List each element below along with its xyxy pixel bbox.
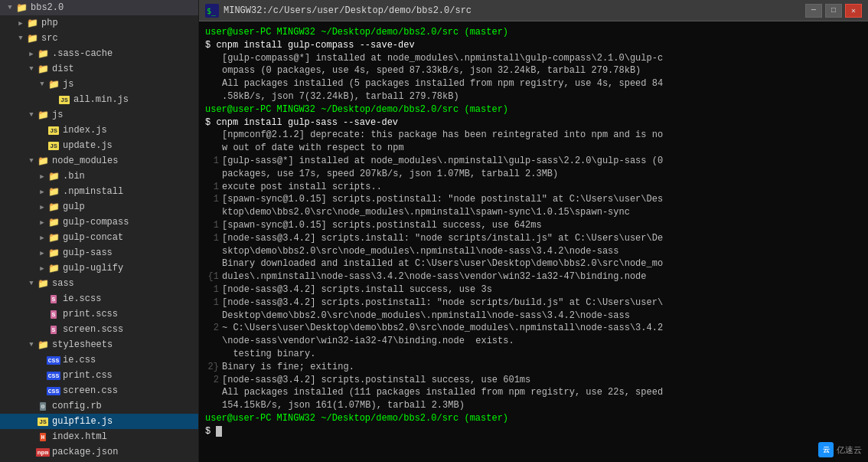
output-text: [node-sass@3.4.2] scripts.install: "node… [222, 233, 663, 244]
close-button[interactable]: ✕ [845, 4, 862, 18]
tree-arrow-gulp: ▶ [37, 203, 47, 211]
terminal-line: user@user-PC MINGW32 ~/Desktop/demo/bbs2… [205, 103, 862, 116]
sidebar-item-screen-css-sass[interactable]: Sscreen.scss [0, 322, 198, 337]
file-icon-all-min-js: JS [58, 93, 70, 106]
tree-arrow-js-dist: ▼ [37, 80, 47, 88]
file-label-php: php [41, 18, 58, 28]
sidebar-item-ie-css[interactable]: CSSie.css [0, 352, 198, 368]
sidebar-item-gulp-uglify[interactable]: ▶📁gulp-uglify [0, 260, 198, 276]
output-text: Desktop\demo\bbs2.0\src\node_modules\.np… [222, 310, 630, 321]
sidebar-item-index-js[interactable]: JSindex.js [0, 123, 198, 138]
tree-arrow-bin: ▶ [37, 172, 47, 181]
terminal-line: 1[node-sass@3.4.2] scripts.install succe… [205, 283, 862, 297]
sidebar-item-update-js[interactable]: JSupdate.js [0, 138, 198, 153]
output-text: Binary is fine; exiting. [222, 362, 354, 372]
file-icon-gulpfile-js: JS [37, 415, 49, 428]
prompt-cmd: $ cnpm install gulp-sass --save-dev [205, 117, 398, 128]
minimize-button[interactable]: ─ [805, 4, 822, 18]
sidebar-item-index-html[interactable]: Hindex.html [0, 429, 198, 444]
terminal-line: .58kB/s, json 7(32.24kB), tarball 279.78… [205, 90, 862, 103]
sidebar-item-sass-cache[interactable]: ▶📁.sass-cache [0, 46, 198, 61]
terminal-line: $ cnpm install gulp-sass --save-dev [205, 116, 862, 129]
output-text: [gulp-compass@*] installed at node_modul… [222, 53, 663, 64]
output-text: sktop\demo\bbs2.0\src\node_modules\.npmi… [222, 246, 618, 257]
terminal-line: ompass (0 packages, use 4s, speed 87.33k… [205, 64, 862, 77]
sidebar-item-npminstall[interactable]: ▶📁.npminstall [0, 184, 198, 199]
sidebar-item-gulpfile-js[interactable]: JSgulpfile.js [0, 414, 198, 429]
output-text: ktop\demo\bbs2.0\src\node_modules\.npmin… [222, 207, 630, 218]
output-text: All packages installed (111 packages ins… [222, 387, 663, 398]
sidebar-item-bbs2.0[interactable]: ▼📁bbs2.0 [0, 0, 198, 15]
terminal-line: sktop\demo\bbs2.0\src\node_modules\.npmi… [205, 245, 862, 258]
maximize-button[interactable]: □ [825, 4, 842, 18]
file-label-stylesheets: stylesheets [52, 339, 113, 350]
file-label-js-root: js [52, 110, 63, 120]
output-text: All packages installed (5 packages insta… [222, 78, 663, 89]
file-label-config-rb: config.rb [52, 401, 102, 411]
terminal-line: ktop\demo\bbs2.0\src\node_modules\.npmin… [205, 206, 862, 219]
sidebar-item-sass[interactable]: ▼📁sass [0, 276, 198, 291]
line-number: 1 [205, 181, 219, 194]
terminal-line: $ [205, 425, 862, 438]
sidebar-item-php[interactable]: ▶📁php [0, 15, 198, 31]
output-text: w out of date with respect to npm [222, 143, 404, 153]
output-text: [node-sass@3.4.2] scripts.postinstall: "… [222, 297, 663, 308]
terminal-window: $_ MINGW32:/c/Users/user/Desktop/demo/bb… [199, 0, 868, 462]
file-label-gulp-sass: gulp-sass [63, 247, 113, 258]
line-number: 1 [205, 155, 219, 168]
sidebar-item-gulp-concat[interactable]: ▶📁gulp-concat [0, 230, 198, 245]
tree-arrow-dist: ▼ [26, 65, 37, 73]
sidebar-item-screen-css[interactable]: CSSscreen.css [0, 383, 198, 398]
sidebar-item-bin[interactable]: ▶📁.bin [0, 169, 198, 184]
file-label-gulp-compass: gulp-compass [63, 217, 129, 228]
file-icon-print-css-sass: S [47, 308, 60, 320]
prompt-user: user@user-PC MINGW32 ~/Desktop/demo/bbs2… [205, 413, 508, 424]
sidebar-item-package-json[interactable]: npmpackage.json [0, 444, 198, 460]
sidebar-item-stylesheets[interactable]: ▼📁stylesheets [0, 337, 198, 352]
sidebar-item-src[interactable]: ▼📁src [0, 31, 198, 46]
sidebar-item-ie-css-sass[interactable]: Sie.scss [0, 291, 198, 306]
file-icon-sass: 📁 [37, 277, 49, 290]
file-icon-node_modules: 📁 [37, 155, 49, 167]
terminal-controls: ─ □ ✕ [805, 4, 862, 18]
terminal-body[interactable]: user@user-PC MINGW32 ~/Desktop/demo/bbs2… [199, 21, 868, 462]
file-label-src: src [41, 33, 58, 44]
sidebar-item-gulp[interactable]: ▶📁gulp [0, 199, 198, 215]
output-text: \node-sass\vendor\win32-ia32-47\binding.… [222, 336, 514, 346]
file-label-node_modules: node_modules [52, 156, 118, 166]
file-icon-gulp: 📁 [47, 201, 60, 213]
file-icon-stylesheets: 📁 [37, 339, 49, 351]
sidebar-item-dist[interactable]: ▼📁dist [0, 61, 198, 77]
sidebar-item-all-min-js[interactable]: JSall.min.js [0, 92, 198, 107]
sidebar-item-config-rb[interactable]: ⚙config.rb [0, 398, 198, 414]
line-number: 1 [205, 297, 219, 310]
terminal-line: 2~ C:\Users\user\Desktop\demo\bbs2.0\src… [205, 322, 862, 335]
sidebar-item-print-css-sass[interactable]: Sprint.scss [0, 306, 198, 322]
terminal-cursor [216, 426, 222, 437]
tree-arrow-node_modules: ▼ [26, 157, 37, 165]
sidebar-item-gulp-sass[interactable]: ▶📁gulp-sass [0, 245, 198, 260]
file-label-gulp-uglify: gulp-uglify [63, 263, 123, 274]
sidebar-item-js-root[interactable]: ▼📁js [0, 107, 198, 123]
terminal-line: 1[spawn-sync@1.0.15] scripts.postinstall… [205, 219, 862, 232]
sidebar-item-node_modules[interactable]: ▼📁node_modules [0, 153, 198, 169]
line-number: 1 [205, 219, 219, 232]
line-number: {1 [205, 270, 219, 283]
sidebar-item-gulp-compass[interactable]: ▶📁gulp-compass [0, 215, 198, 230]
sidebar-item-print-css[interactable]: CSSprint.css [0, 368, 198, 383]
file-label-npminstall: .npminstall [63, 186, 123, 197]
file-label-print-css-sass: print.scss [63, 309, 118, 319]
prompt-user: user@user-PC MINGW32 ~/Desktop/demo/bbs2… [205, 27, 508, 38]
output-text: [node-sass@3.4.2] scripts.install succes… [222, 284, 492, 295]
prompt-user: user@user-PC MINGW32 ~/Desktop/demo/bbs2… [205, 104, 508, 115]
terminal-line: user@user-PC MINGW32 ~/Desktop/demo/bbs2… [205, 26, 862, 39]
file-icon-src: 📁 [26, 32, 38, 44]
terminal-line: All packages installed (111 packages ins… [205, 386, 862, 399]
terminal-line: {1dules\.npminstall\node-sass\3.4.2\node… [205, 270, 862, 283]
file-icon-package-json: npm [37, 446, 49, 458]
output-text: excute post install scripts.. [222, 182, 382, 192]
terminal-line: Binary downloaded and installed at C:\Us… [205, 257, 862, 270]
tree-arrow-gulp-compass: ▶ [37, 218, 47, 227]
sidebar-item-js-dist[interactable]: ▼📁js [0, 77, 198, 92]
file-icon-dist: 📁 [37, 63, 49, 75]
